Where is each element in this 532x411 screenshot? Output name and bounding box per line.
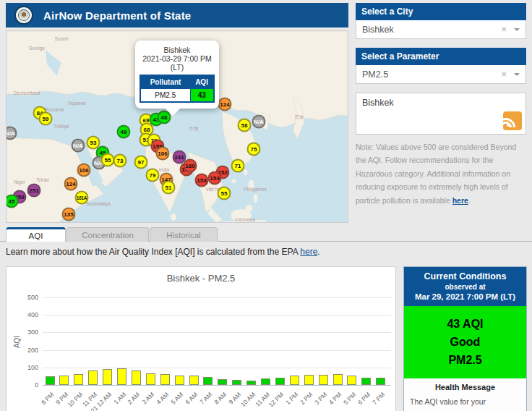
health-message-text: The AQI value for your community is betw…	[410, 395, 520, 411]
popup-table: Pollutant AQI PM2.5 43	[140, 75, 215, 103]
parameter-select[interactable]: PM2.5 ×	[356, 65, 526, 84]
note-text: Note: Values above 500 are considered Be…	[356, 143, 516, 205]
map-marker[interactable]: 55	[218, 187, 231, 200]
chart-bar[interactable]	[347, 376, 356, 385]
popup-col-aqi: AQI	[190, 75, 214, 89]
city-select-value: Bishkek	[362, 25, 501, 35]
map-popup: Bishkek 2021-03-29 7:00 PM (LT) Pollutan…	[135, 41, 219, 109]
clear-parameter-icon[interactable]: ×	[501, 69, 507, 80]
gridline	[43, 297, 391, 298]
chart-bar[interactable]	[261, 378, 270, 385]
note-here-link[interactable]: here	[452, 196, 468, 205]
parameter-select-group: Select a Parameter PM2.5 ×	[356, 48, 526, 84]
chart-bar[interactable]	[246, 381, 256, 385]
map-marker[interactable]: 161A	[75, 191, 89, 205]
map-marker[interactable]: 124	[64, 177, 78, 191]
chart-bar[interactable]	[175, 376, 184, 385]
chart-bar[interactable]	[333, 374, 343, 385]
chart-bar[interactable]	[304, 375, 314, 385]
popup-datetime: 2021-03-29 7:00 PM	[140, 54, 215, 63]
chart-bar[interactable]	[232, 380, 241, 385]
learn-more-here-link[interactable]: here	[300, 247, 317, 257]
rss-icon[interactable]	[503, 111, 522, 130]
tab-concentration[interactable]: Concentration	[66, 227, 149, 242]
y-axis-tick: 0	[14, 381, 38, 389]
chart-bar[interactable]	[46, 376, 55, 385]
sidebar: Select a City Bishkek × Select a Paramet…	[356, 3, 526, 207]
chevron-down-icon[interactable]	[514, 28, 520, 34]
map-marker[interactable]: 49	[117, 125, 131, 139]
chart-bar[interactable]	[376, 378, 385, 385]
map-marker[interactable]: 71	[231, 159, 245, 173]
map-marker[interactable]: N/A	[72, 139, 85, 153]
map-marker[interactable]: 135	[62, 208, 76, 221]
tab-aqi[interactable]: AQI	[6, 227, 66, 242]
popup-aqi-value: 43	[190, 89, 214, 103]
map-marker[interactable]: N/A	[252, 115, 266, 129]
chart-bar[interactable]	[103, 369, 112, 385]
current-conditions-title: Current Conditions	[407, 271, 523, 281]
city-select-header: Select a City	[356, 3, 526, 20]
health-message-title: Health Message	[410, 383, 520, 391]
map-marker[interactable]: 59	[39, 112, 53, 126]
learn-more-period: .	[317, 247, 319, 257]
note-period: .	[468, 196, 471, 205]
map-marker[interactable]: 79	[146, 169, 160, 182]
y-axis-tick: 300	[14, 329, 38, 336]
map-marker[interactable]: 58	[238, 119, 252, 132]
map-marker[interactable]: 153	[208, 171, 222, 185]
chart-bar[interactable]	[203, 377, 213, 385]
popup-city: Bishkek	[140, 46, 215, 54]
map-marker[interactable]: 106	[156, 147, 170, 161]
parameter-select-header: Select a Parameter	[356, 48, 526, 65]
chart-bar[interactable]	[189, 376, 199, 385]
gridline	[43, 332, 391, 333]
map-marker[interactable]: 73	[113, 154, 127, 168]
chart-bar[interactable]	[275, 378, 285, 385]
x-axis-line	[43, 385, 391, 386]
learn-more-text: Learn more about how the Air Quality Ind…	[6, 247, 320, 257]
chart-bar[interactable]	[319, 375, 328, 385]
clear-city-icon[interactable]: ×	[501, 24, 507, 35]
map-marker[interactable]: 97	[134, 156, 148, 169]
map-marker[interactable]: 51	[162, 181, 176, 195]
chart-bar[interactable]	[88, 370, 98, 385]
map-marker[interactable]: 180	[184, 159, 197, 173]
chart-bar[interactable]	[361, 378, 371, 385]
chart-bar[interactable]	[74, 374, 83, 385]
map-marker[interactable]: 251	[27, 184, 41, 198]
observed-at-label: observed at	[407, 283, 523, 291]
y-axis-tick: 100	[14, 364, 38, 371]
chart-bar[interactable]	[290, 376, 299, 385]
chevron-down-icon[interactable]	[514, 73, 520, 79]
y-axis-tick: 500	[14, 294, 38, 301]
popup-col-pollutant: Pollutant	[140, 75, 190, 89]
chart-bar[interactable]	[117, 368, 126, 385]
current-aqi-category: Good	[407, 334, 523, 352]
app-title: AirNow Department of State	[43, 9, 191, 22]
current-aqi-value: 43 AQI	[407, 315, 523, 334]
current-conditions-header: Current Conditions observed at Mar 29, 2…	[404, 267, 526, 306]
map-marker[interactable]: 124	[218, 98, 232, 111]
health-message-block: Health Message The AQI value for your co…	[404, 378, 526, 411]
map-marker[interactable]: 153	[195, 174, 209, 187]
current-aqi-block: 43 AQI Good PM2.5	[404, 306, 526, 378]
y-axis-tick: 400	[14, 311, 38, 318]
chart-bar[interactable]	[218, 379, 227, 385]
chart-bar[interactable]	[146, 373, 155, 385]
map-marker[interactable]: 75	[247, 143, 261, 156]
map[interactable]: SverigeSuomiDeutschlandУкраинаRomâniaTür…	[6, 30, 348, 223]
map-marker[interactable]: 106	[77, 164, 91, 177]
city-feed-box[interactable]: Bishkek	[356, 93, 526, 135]
feed-city-label: Bishkek	[362, 98, 394, 108]
tab-historical[interactable]: Historical	[150, 227, 218, 242]
observed-at-datetime: Mar 29, 2021 7:00 PM (LT)	[407, 292, 523, 301]
learn-more-prefix: Learn more about how the Air Quality Ind…	[6, 247, 300, 257]
city-select-group: Select a City Bishkek ×	[356, 3, 526, 39]
dos-seal-logo	[14, 6, 33, 25]
gridline	[43, 315, 391, 315]
chart-bar[interactable]	[59, 376, 69, 385]
chart-bar[interactable]	[160, 374, 170, 385]
chart-bar[interactable]	[132, 370, 141, 385]
city-select[interactable]: Bishkek ×	[356, 20, 526, 39]
